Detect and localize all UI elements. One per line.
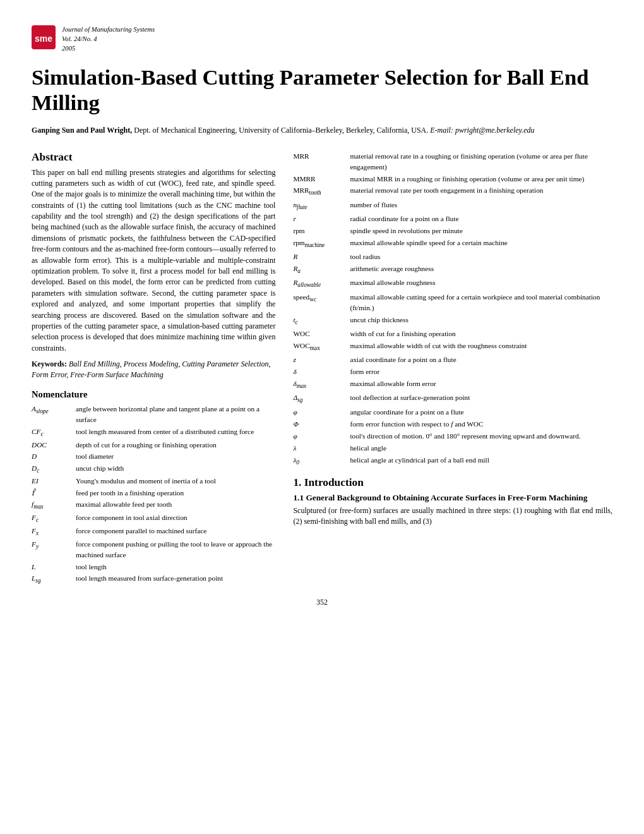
nom-row: tc uncut chip thickness bbox=[293, 315, 612, 327]
nom-row: δmax maximal allowable form error bbox=[293, 378, 612, 391]
svg-text:sme: sme bbox=[35, 33, 52, 44]
page-header: sme Journal of Manufacturing Systems Vol… bbox=[32, 25, 612, 54]
nom-row: z axial coordinate for a point on a flut… bbox=[293, 354, 612, 365]
nom-row: Lsg tool length measured from surface-ge… bbox=[32, 573, 275, 586]
nom-row: CFc tool length measured from center of … bbox=[32, 426, 275, 439]
nom-row: MRRtooth material removal rate per tooth… bbox=[293, 185, 612, 198]
nom-row: Aslope angle between horizontal plane an… bbox=[32, 404, 275, 426]
sme-logo: sme bbox=[32, 25, 56, 49]
nom-row: λ helical angle bbox=[293, 443, 612, 454]
keywords-label: Keywords: bbox=[32, 360, 67, 368]
author-email: E-mail: pwright@me.berkeley.edu bbox=[430, 126, 534, 135]
main-content: Abstract This paper on ball end milling … bbox=[32, 151, 612, 586]
nom-row: rpm spindle speed in revolutions per min… bbox=[293, 226, 612, 236]
right-nomenclature-table: MRR material removal rate in a roughing … bbox=[293, 151, 612, 468]
abstract-section: Abstract This paper on ball end milling … bbox=[32, 151, 275, 380]
nom-row: φ angular coordinate for a point on a fl… bbox=[293, 407, 612, 418]
nom-row: Dc uncut chip width bbox=[32, 463, 275, 476]
nom-row: R tool radius bbox=[293, 251, 612, 262]
nom-row: speedwc maximal allowable cutting speed … bbox=[293, 292, 612, 313]
keywords-text: Ball End Milling, Process Modeling, Cutt… bbox=[32, 360, 271, 379]
nomenclature-section: Nomenclature Aslope angle between horizo… bbox=[32, 389, 275, 586]
abstract-heading: Abstract bbox=[32, 151, 275, 164]
introduction-section: 1. Introduction 1.1 General Background t… bbox=[293, 476, 612, 528]
nom-row: Φ form error function with respect to f … bbox=[293, 419, 612, 430]
nom-row: Fx force component parallel to machined … bbox=[32, 526, 275, 538]
journal-vol: Vol. 24/No. 4 bbox=[62, 35, 155, 44]
intro-heading: 1. Introduction bbox=[293, 476, 612, 489]
nom-row: DOC depth of cut for a roughing or finis… bbox=[32, 440, 275, 451]
nom-row: rpmmachine maximal allowable spindle spe… bbox=[293, 238, 612, 250]
nom-row: Fc force component in tool axial directi… bbox=[32, 512, 275, 525]
nom-row: λ0 helical angle at cylindrical part of … bbox=[293, 455, 612, 468]
nomenclature-heading: Nomenclature bbox=[32, 389, 275, 400]
nom-row: δ form error bbox=[293, 366, 612, 377]
nom-row: MRR material removal rate in a roughing … bbox=[293, 151, 612, 172]
abstract-text: This paper on ball end milling presents … bbox=[32, 167, 275, 354]
nom-row: fmax maximal allowable feed per tooth bbox=[32, 499, 275, 512]
author-names: Ganping Sun and Paul Wright, bbox=[32, 126, 132, 135]
nom-row: Δsg tool deflection at surface-generatio… bbox=[293, 392, 612, 405]
nom-row: EI Young's modulus and moment of inertia… bbox=[32, 476, 275, 487]
nom-row: WOCmax maximal allowable width of cut wi… bbox=[293, 341, 612, 353]
nom-row: Rallowable maximal allowable roughness bbox=[293, 277, 612, 290]
paper-title: Simulation-Based Cutting Parameter Selec… bbox=[32, 65, 612, 116]
nom-row: MMRR maximal MRR in a roughing or finish… bbox=[293, 174, 612, 184]
nom-row: nflute number of flutes bbox=[293, 200, 612, 212]
right-column: MRR material removal rate in a roughing … bbox=[293, 151, 612, 586]
journal-info: Journal of Manufacturing Systems Vol. 24… bbox=[62, 25, 155, 54]
journal-year: 2005 bbox=[62, 44, 155, 54]
nom-row: r radial coordinate for a point on a flu… bbox=[293, 214, 612, 224]
author-affiliation: Dept. of Mechanical Engineering, Univers… bbox=[134, 126, 428, 135]
keywords: Keywords: Ball End Milling, Process Mode… bbox=[32, 359, 275, 380]
authors: Ganping Sun and Paul Wright, Dept. of Me… bbox=[32, 124, 612, 136]
nomenclature-table: Aslope angle between horizontal plane an… bbox=[32, 404, 275, 586]
journal-title: Journal of Manufacturing Systems bbox=[62, 25, 155, 35]
subsection-heading: 1.1 General Background to Obtaining Accu… bbox=[293, 493, 612, 503]
nom-row: Fy force component pushing or pulling th… bbox=[32, 539, 275, 561]
nom-row: f̄ feed per tooth in a finishing operati… bbox=[32, 488, 275, 499]
page-number: 352 bbox=[32, 598, 612, 607]
nom-row: WOC width of cut for a finishing operati… bbox=[293, 329, 612, 339]
nom-row: L tool length bbox=[32, 562, 275, 573]
nom-row: Ra arithmetic average roughness bbox=[293, 263, 612, 276]
nom-row: φ tool's direction of motion. 0° and 180… bbox=[293, 431, 612, 442]
nom-row: D tool diameter bbox=[32, 451, 275, 462]
left-column: Abstract This paper on ball end milling … bbox=[32, 151, 275, 586]
intro-text: Sculptured (or free-form) surfaces are u… bbox=[293, 505, 612, 528]
